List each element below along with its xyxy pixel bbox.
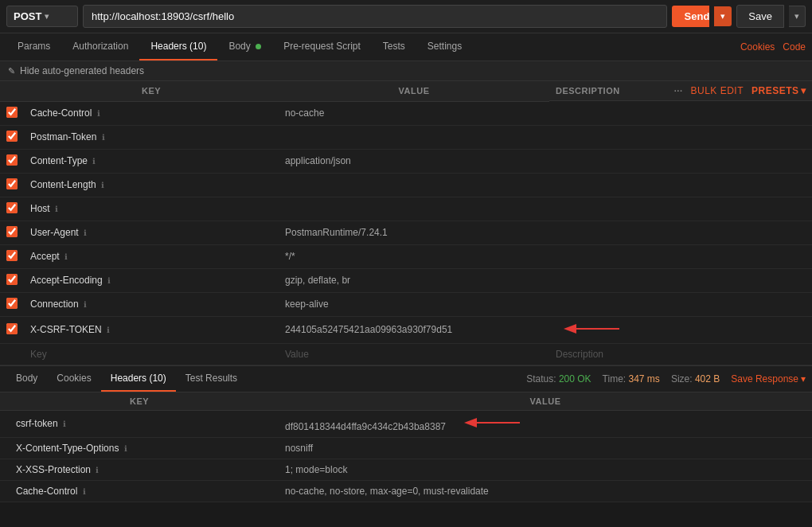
- resp-tab-body[interactable]: Body: [6, 366, 47, 392]
- tab-params[interactable]: Params: [6, 33, 61, 61]
- presets-button[interactable]: Presets ▾: [751, 85, 806, 96]
- table-row: csrf-token ℹ df801418344d4ffa9c434c2b43b…: [0, 410, 812, 437]
- row-checkbox[interactable]: [6, 298, 18, 309]
- save-dropdown-button[interactable]: ▾: [789, 6, 806, 27]
- table-row-placeholder: Key Value Description: [0, 343, 812, 365]
- row-checkbox[interactable]: [6, 154, 18, 166]
- info-icon: ℹ: [107, 326, 110, 334]
- row-description: [549, 101, 812, 125]
- request-headers-table: KEY VALUE DESCRIPTION ··· Bulk Edit Pres…: [0, 81, 812, 365]
- row-key: Accept ℹ: [24, 244, 279, 268]
- bulk-edit-button[interactable]: Bulk Edit: [690, 85, 744, 96]
- code-link[interactable]: Code: [783, 41, 806, 53]
- row-checkbox[interactable]: [6, 274, 18, 285]
- row-checkbox[interactable]: [6, 107, 18, 118]
- info-icon: ℹ: [92, 157, 96, 166]
- table-row: Content-Length ℹ: [0, 173, 812, 197]
- save-button[interactable]: Save: [736, 5, 784, 28]
- resp-tab-headers[interactable]: Headers (10): [101, 366, 176, 392]
- placeholder-description[interactable]: Description: [549, 343, 812, 365]
- row-description: [549, 268, 812, 292]
- tab-settings[interactable]: Settings: [416, 33, 473, 61]
- row-description: [549, 197, 812, 221]
- tab-pre-request[interactable]: Pre-request Script: [272, 33, 372, 61]
- info-icon: ℹ: [101, 181, 104, 189]
- three-dots-button[interactable]: ···: [674, 86, 683, 96]
- row-checkbox-cell: [0, 221, 24, 244]
- status-label: Status: 200 OK: [526, 373, 591, 385]
- resp-key-col-header: KEY: [0, 392, 279, 411]
- table-row: X-Content-Type-Options ℹ nosniff: [0, 437, 812, 459]
- row-checkbox-cell: [0, 173, 24, 197]
- resp-value-col-header: VALUE: [279, 392, 812, 411]
- nav-right-actions: Cookies Code: [740, 41, 806, 53]
- row-value: application/json: [279, 149, 549, 173]
- row-checkbox-cell: [0, 149, 24, 173]
- row-value: */*: [279, 244, 549, 268]
- row-checkbox[interactable]: [6, 323, 18, 334]
- row-checkbox[interactable]: [6, 226, 18, 237]
- row-checkbox[interactable]: [6, 178, 18, 189]
- info-icon: ℹ: [64, 252, 68, 261]
- placeholder-checkbox-cell: [0, 343, 24, 365]
- row-checkbox-cell: [0, 244, 24, 268]
- tab-tests[interactable]: Tests: [372, 33, 416, 61]
- hide-headers-icon: ✎: [8, 66, 15, 76]
- headers-sub-header: ✎ Hide auto-generated headers: [0, 61, 812, 81]
- row-checkbox-cell: [0, 292, 24, 316]
- row-description: [549, 125, 812, 149]
- row-value: PostmanRuntime/7.24.1: [279, 221, 549, 244]
- cookies-link[interactable]: Cookies: [740, 41, 775, 53]
- resp-row-value: nosniff: [279, 437, 812, 459]
- row-description: [549, 149, 812, 173]
- resp-row-key: csrf-token ℹ: [0, 410, 279, 437]
- checkbox-col-header: [0, 81, 24, 101]
- resp-row-value: 1; mode=block: [279, 459, 812, 480]
- hide-headers-label[interactable]: Hide auto-generated headers: [20, 65, 144, 76]
- row-description: [549, 221, 812, 244]
- row-key: Cache-Control ℹ: [24, 101, 279, 125]
- row-checkbox[interactable]: [6, 131, 18, 142]
- row-key: Content-Type ℹ: [24, 149, 279, 173]
- row-key: Connection ℹ: [24, 292, 279, 316]
- table-row: Host ℹ: [0, 197, 812, 221]
- row-value: keep-alive: [279, 292, 549, 316]
- placeholder-value[interactable]: Value: [279, 343, 549, 365]
- resp-row-value: df801418344d4ffa9c434c2b43ba8387: [279, 410, 812, 437]
- table-row: User-Agent ℹ PostmanRuntime/7.24.1: [0, 221, 812, 244]
- resp-row-key: X-XSS-Protection ℹ: [0, 459, 279, 480]
- row-checkbox[interactable]: [6, 202, 18, 213]
- info-icon: ℹ: [102, 133, 105, 142]
- key-col-header: KEY: [24, 81, 279, 101]
- row-key: Host ℹ: [24, 197, 279, 221]
- resp-tab-test-results[interactable]: Test Results: [176, 366, 247, 392]
- info-icon: ℹ: [124, 444, 127, 453]
- save-response-button[interactable]: Save Response ▾: [731, 373, 806, 385]
- row-description: [549, 292, 812, 316]
- description-col-header: DESCRIPTION ··· Bulk Edit Presets ▾: [549, 81, 812, 101]
- body-dot: [256, 44, 261, 49]
- response-size: 402 B: [695, 373, 720, 385]
- url-input[interactable]: [83, 5, 667, 28]
- row-value: no-cache: [279, 101, 549, 125]
- url-bar: POST ▾ Send ▾ Save ▾: [0, 0, 812, 33]
- row-checkbox-cell: [0, 197, 24, 221]
- row-checkbox-cell: [0, 101, 24, 125]
- tab-authorization[interactable]: Authorization: [61, 33, 139, 61]
- info-icon: ℹ: [84, 300, 87, 309]
- tab-body[interactable]: Body: [217, 33, 272, 61]
- placeholder-key[interactable]: Key: [24, 343, 279, 365]
- send-dropdown-button[interactable]: ▾: [714, 6, 732, 26]
- row-checkbox[interactable]: [6, 250, 18, 261]
- table-row: Accept-Encoding ℹ gzip, deflate, br: [0, 268, 812, 292]
- info-icon: ℹ: [96, 466, 99, 474]
- method-select[interactable]: POST ▾: [6, 6, 78, 27]
- row-value: [279, 197, 549, 221]
- response-time: 347 ms: [629, 373, 660, 385]
- resp-tab-cookies[interactable]: Cookies: [47, 366, 100, 392]
- row-value: gzip, deflate, br: [279, 268, 549, 292]
- send-button[interactable]: Send: [672, 6, 710, 27]
- response-status-info: Status: 200 OK Time: 347 ms Size: 402 B …: [526, 373, 806, 385]
- value-col-header: VALUE: [279, 81, 549, 101]
- tab-headers[interactable]: Headers (10): [139, 33, 217, 61]
